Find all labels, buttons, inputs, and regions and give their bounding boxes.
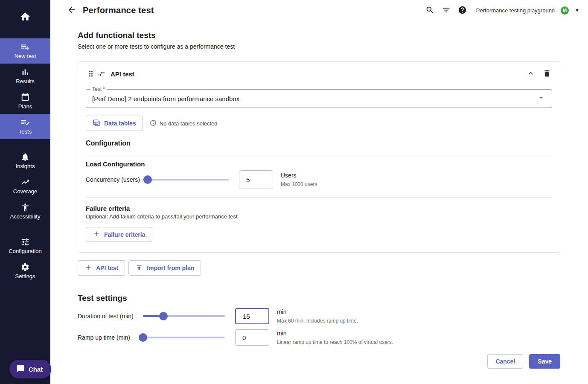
compare-arrows-button[interactable] (96, 69, 106, 79)
duration-helper: Max 60 min. Includes ramp up time. (277, 317, 358, 324)
sidebar-item-configuration[interactable]: Configuration (0, 233, 50, 259)
sidebar-item-label: New test (15, 53, 36, 60)
ramp-row: Ramp up time (min) min Linear ramp up ti… (78, 329, 560, 346)
concurrency-unit: Users (281, 172, 317, 179)
ramp-slider-thumb[interactable] (139, 333, 147, 342)
no-data-tables-text: No data tables selected (160, 120, 218, 127)
search-button[interactable] (425, 5, 435, 15)
bell-icon (20, 152, 30, 162)
concurrency-label: Concurrency (users) (86, 176, 143, 183)
drag-handle[interactable] (86, 69, 96, 79)
sidebar-item-tests[interactable]: Tests (0, 114, 50, 139)
project-name: Performance testing playground (476, 7, 555, 14)
api-test-card: API test (78, 61, 560, 253)
plus-icon (93, 230, 100, 239)
sidebar-item-coverage[interactable]: Coverage (0, 174, 50, 199)
concurrency-helper: Max 1000 users (281, 181, 317, 188)
ramp-unit: min (277, 329, 393, 337)
help-button[interactable] (457, 5, 468, 15)
concurrency-row: Concurrency (users) Users Max 1000 users (86, 169, 552, 190)
top-header: Performance test Performa (50, 0, 588, 20)
bar-chart-icon (20, 67, 30, 77)
ramp-input[interactable] (235, 329, 269, 346)
header-actions: Performance testing playground M ▼ (425, 5, 579, 15)
sidebar-item-label: Results (16, 78, 34, 85)
sidebar-item-label: Configuration (9, 248, 41, 255)
no-data-tables-hint: No data tables selected (150, 119, 218, 128)
data-tables-row: Data tables No data tables selected (86, 116, 552, 131)
trash-icon (543, 73, 551, 79)
dropdown-arrow-icon (536, 93, 546, 104)
sidebar-item-label: Tests (19, 128, 32, 135)
duration-input[interactable] (235, 308, 269, 324)
sidebar-item-insights[interactable]: Insights (0, 148, 50, 174)
data-tables-label: Data tables (104, 120, 136, 127)
data-tables-button[interactable]: Data tables (86, 116, 143, 131)
add-api-test-button[interactable]: API test (78, 260, 125, 276)
import-icon (135, 264, 143, 273)
help-icon (458, 9, 467, 16)
back-button[interactable] (66, 5, 77, 16)
collapse-button[interactable] (526, 68, 536, 79)
trending-up-icon (20, 177, 30, 187)
page-subheading: Select one or more tests to configure as… (78, 43, 560, 50)
tune-icon (20, 237, 30, 247)
chevron-down-icon[interactable]: ▼ (575, 8, 579, 13)
back-arrow-icon (67, 9, 76, 16)
chat-label: Chat (29, 366, 43, 373)
ramp-label: Ramp up time (min) (78, 334, 143, 341)
add-failure-criteria-button[interactable]: Failure criteria (86, 227, 152, 242)
failure-criteria-subtext: Optional: Add failure criteria to pass/f… (86, 213, 552, 220)
card-header: API test (86, 68, 552, 80)
chat-bubble-icon (16, 364, 25, 374)
app: New test Results Plans Tests Insig (0, 0, 588, 384)
sidebar-item-home[interactable] (0, 11, 50, 24)
ramp-slider[interactable] (143, 333, 225, 342)
concurrency-slider-thumb[interactable] (143, 175, 152, 184)
failure-criteria-heading: Failure criteria (86, 205, 552, 212)
ramp-helper: Linear ramp up time to reach 100% of vir… (277, 339, 393, 346)
calendar-icon (20, 93, 30, 102)
sidebar-item-results[interactable]: Results (0, 64, 50, 89)
main-area: Performance test Performa (50, 0, 588, 384)
duration-label: Duration of test (min) (78, 313, 143, 320)
duration-row: Duration of test (min) min Max 60 min. I… (78, 308, 560, 324)
cancel-button[interactable]: Cancel (487, 354, 523, 369)
import-from-plan-label: Import from plan (147, 265, 194, 271)
test-settings-heading: Test settings (78, 294, 560, 303)
duration-slider[interactable] (143, 312, 225, 320)
sidebar-item-new-test[interactable]: New test (0, 38, 50, 64)
accessibility-icon (20, 203, 30, 212)
test-select-value: [Perf Demo] 2 endpoints from performance… (92, 95, 239, 102)
page-title: Performance test (83, 6, 154, 15)
sidebar-item-label: Insights (16, 163, 35, 170)
concurrency-input[interactable] (239, 170, 273, 189)
delete-test-button[interactable] (542, 68, 552, 79)
save-button[interactable]: Save (529, 354, 560, 369)
sidebar-item-label: Plans (18, 103, 32, 110)
home-icon (20, 11, 31, 24)
sidebar-item-label: Coverage (13, 188, 37, 195)
filter-icon (442, 9, 451, 16)
sidebar-item-label: Accessibility (10, 213, 41, 220)
chat-button[interactable]: Chat (9, 360, 51, 378)
sidebar-item-accessibility[interactable]: Accessibility (0, 199, 50, 224)
sidebar-item-plans[interactable]: Plans (0, 89, 50, 114)
filter-button[interactable] (441, 5, 451, 15)
data-tables-icon (93, 119, 100, 128)
sidebar: New test Results Plans Tests Insig (0, 0, 50, 384)
duration-slider-thumb[interactable] (159, 312, 168, 320)
sidebar-item-label: Settings (15, 273, 35, 280)
test-select[interactable]: Test * [Perf Demo] 2 endpoints from perf… (86, 89, 552, 108)
avatar[interactable]: M (561, 6, 569, 15)
sidebar-item-settings[interactable]: Settings (0, 259, 50, 284)
import-from-plan-button[interactable]: Import from plan (128, 260, 201, 276)
divider (86, 155, 552, 155)
load-configuration-heading: Load Configuration (86, 160, 552, 168)
main-content: Add functional tests Select one or more … (50, 20, 588, 369)
configuration-heading: Configuration (86, 140, 552, 147)
page-heading: Add functional tests (78, 31, 560, 40)
drag-indicator-icon (87, 73, 95, 79)
search-icon (425, 9, 434, 16)
concurrency-slider[interactable] (143, 175, 229, 184)
